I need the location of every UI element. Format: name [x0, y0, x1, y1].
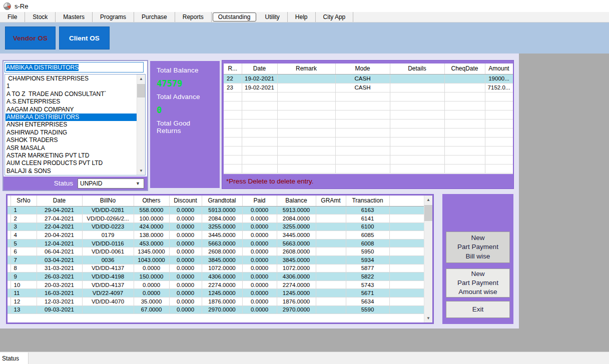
column-header[interactable]: Amount [485, 64, 513, 74]
list-item[interactable]: AUM CLEEN PRODUCTS PVT LTD [6, 160, 137, 167]
list-item[interactable]: A.S.ENTERPRISES [6, 98, 137, 106]
scrollbar-thumb[interactable] [137, 84, 145, 98]
list-item[interactable]: AMBIKAA DISTRIBUTORS [6, 114, 137, 121]
empty-row[interactable] [224, 92, 513, 101]
table-row[interactable]: 227-04-2021VD/DD-0266/2...100.00000.0000… [8, 214, 424, 223]
list-item[interactable]: ASHIRWAD TRADING [6, 129, 137, 136]
table-row[interactable]: 831-03-2021VD/DD-41370.00000.00001072.00… [8, 264, 424, 272]
list-item[interactable]: ANSH ENTERPRISES [6, 121, 137, 128]
empty-row[interactable] [224, 155, 513, 164]
bills-table: SrNoDateBillNoOthersDiscountGrandtotalPa… [8, 196, 424, 314]
list-item[interactable]: 1 [6, 82, 137, 90]
menu-item-city-app[interactable]: City App [316, 12, 354, 22]
column-header[interactable]: Balance [277, 196, 316, 206]
scrollbar-thumb[interactable] [424, 205, 432, 221]
delete-hint-text: *Press Delete to delete entry. [226, 178, 314, 185]
column-header[interactable]: Remark [277, 64, 335, 74]
scroll-up-icon[interactable]: ▲ [137, 74, 145, 83]
status-bar-tab: Status [0, 352, 29, 364]
table-row[interactable]: 2319-02-2021 CASH 7152.0... [224, 83, 513, 92]
menu-item-file[interactable]: File [0, 12, 25, 22]
list-item[interactable]: A TO Z TRADE AND CONSULTANT` [6, 90, 137, 98]
window-title: s-Re [15, 2, 28, 10]
empty-row[interactable] [224, 164, 513, 173]
column-header[interactable]: Transaction [346, 196, 389, 206]
main-area: AMBIKAA DISTRIBUTORS CHAMPIONS ENTERPRIS… [0, 54, 609, 352]
table-row[interactable]: 1020-03-2021VD/DD-41370.00000.00002274.0… [8, 280, 424, 289]
status-bar: Status [0, 352, 609, 364]
column-header[interactable]: Paid [242, 196, 277, 206]
table-row[interactable]: 1212-03-2021VD/DD-407035.00000.00001876.… [8, 298, 424, 306]
toolbar: Vendor OS Client OS [0, 22, 609, 54]
table-row[interactable]: 129-04-2021VD/DD-0281558.00000.00005913.… [8, 206, 424, 214]
total-good-returns-label: Total Good Returns [157, 120, 213, 134]
empty-row[interactable] [224, 110, 513, 119]
filler-column [389, 196, 424, 206]
table-row[interactable]: 606-04-2021VD/DD-00611345.00000.00002608… [8, 248, 424, 256]
column-header[interactable]: GRAmt [316, 196, 346, 206]
table-row[interactable]: 322-04-2021VD/DD-0223424.00000.00003255.… [8, 222, 424, 231]
menu-item-help[interactable]: Help [288, 12, 316, 22]
client-os-button[interactable]: Client OS [59, 26, 110, 50]
status-filter-dropdown[interactable]: UNPAID ▼ [78, 178, 144, 188]
column-header[interactable]: Others [134, 196, 169, 206]
bills-panel: SrNoDateBillNoOthersDiscountGrandtotalPa… [6, 194, 434, 324]
scroll-up-icon[interactable]: ▲ [424, 196, 432, 204]
app-icon [4, 2, 11, 10]
table-row[interactable]: 703-04-202100361043.00000.00003845.00000… [8, 256, 424, 264]
list-item[interactable]: CHAMPIONS ENTERPRISES [6, 75, 137, 82]
vendor-os-button[interactable]: Vendor OS [5, 26, 56, 50]
vendor-listbox[interactable]: CHAMPIONS ENTERPRISES1A TO Z TRADE AND C… [5, 74, 146, 176]
menu-item-purchase[interactable]: Purchase [134, 12, 175, 22]
menu-item-stock[interactable]: Stock [25, 12, 56, 22]
column-header[interactable]: Date [37, 196, 82, 206]
exit-button[interactable]: Exit [446, 301, 510, 318]
empty-row[interactable] [224, 101, 513, 110]
empty-row[interactable] [224, 137, 513, 146]
column-header[interactable]: Discount [169, 196, 202, 206]
column-header[interactable]: Grandtotal [202, 196, 242, 206]
empty-row[interactable] [224, 119, 513, 128]
status-filter-label: Status [54, 180, 73, 187]
list-item[interactable]: ASHOK TRADERS [6, 136, 137, 144]
payments-table: R...DateRemarkModeDetailsCheqDateAmount2… [224, 64, 513, 174]
column-header[interactable]: Date [242, 64, 277, 74]
column-header[interactable]: Mode [335, 64, 390, 74]
title-bar: s-Re [0, 0, 609, 12]
vendor-panel: AMBIKAA DISTRIBUTORS CHAMPIONS ENTERPRIS… [3, 60, 148, 191]
list-item[interactable]: ASR MASALA [6, 144, 137, 152]
menu-item-reports[interactable]: Reports [175, 12, 212, 22]
table-row[interactable]: 926-03-2021VD/DD-4198150.00000.00004306.… [8, 272, 424, 281]
bills-grid-scrollbar[interactable]: ▲ ▼ [424, 196, 432, 322]
menu-item-utility[interactable]: Utility [258, 12, 288, 22]
menu-item-programs[interactable]: Programs [93, 12, 134, 22]
column-header[interactable]: SrNo [11, 196, 37, 206]
menu-item-outstanding[interactable]: Outstanding [213, 12, 256, 22]
column-header[interactable]: Details [390, 64, 444, 74]
total-balance-value: 47579 [157, 78, 213, 88]
content-area: AMBIKAA DISTRIBUTORS CHAMPIONS ENTERPRIS… [0, 54, 519, 328]
payments-grid: R...DateRemarkModeDetailsCheqDateAmount2… [224, 64, 513, 174]
vendor-list-scrollbar[interactable]: ▲ ▼ [137, 74, 145, 175]
vendor-search-input[interactable]: AMBIKAA DISTRIBUTORS [5, 62, 144, 72]
bills-grid: SrNoDateBillNoOthersDiscountGrandtotalPa… [8, 196, 424, 322]
scroll-down-icon[interactable]: ▼ [424, 314, 432, 322]
list-item[interactable]: AAGAM AND COMPANY [6, 106, 137, 114]
table-row[interactable]: 1116-03-2021VD/22-40970.00000.00001245.0… [8, 289, 424, 298]
list-item[interactable]: BALAJI & SONS [6, 168, 137, 175]
menu-bar: FileStockMastersProgramsPurchaseReportsO… [0, 12, 609, 22]
column-header[interactable]: BillNo [82, 196, 134, 206]
table-row[interactable]: 1309-03-2021 67.00000.00002970.00000.000… [8, 306, 424, 314]
new-part-payment-bill-wise-button[interactable]: New Part Payment Bill wise [446, 232, 510, 263]
scroll-down-icon[interactable]: ▼ [137, 166, 145, 175]
table-row[interactable]: 2219-02-2021 CASH 19000... [224, 74, 513, 83]
column-header[interactable]: CheqDate [444, 64, 485, 74]
new-part-payment-amount-wise-button[interactable]: New Part Payment Amount wise [446, 268, 510, 298]
empty-row[interactable] [224, 146, 513, 155]
column-header[interactable]: R... [224, 64, 242, 74]
table-row[interactable]: 512-04-2021VD/DD-0116453.00000.00005663.… [8, 239, 424, 248]
table-row[interactable]: 420-04-20210179138.00000.00003445.00000.… [8, 231, 424, 240]
empty-row[interactable] [224, 128, 513, 137]
menu-item-masters[interactable]: Masters [56, 12, 93, 22]
list-item[interactable]: ASTAR MARKETING PVT LTD [6, 152, 137, 160]
